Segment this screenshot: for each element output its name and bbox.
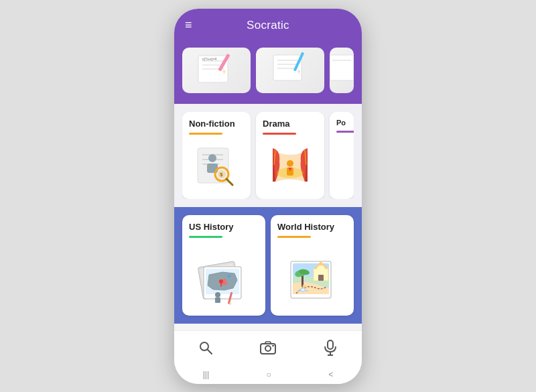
world-history-img	[277, 245, 347, 309]
svg-point-19	[208, 154, 216, 162]
nonfiction-underline	[189, 133, 222, 135]
svg-rect-61	[328, 340, 333, 349]
app-title: Socratic	[247, 19, 289, 32]
drama-img	[263, 141, 318, 192]
recent-apps-icon[interactable]: |||	[203, 370, 209, 379]
svg-marker-41	[229, 303, 231, 306]
purple-section: c(½+x)=4	[174, 42, 362, 104]
nonfiction-card[interactable]: Non-fiction	[182, 112, 251, 199]
svg-rect-53	[301, 288, 305, 291]
books-row: Non-fiction	[182, 112, 354, 199]
top-card-notes[interactable]	[256, 48, 324, 93]
svg-point-48	[317, 265, 325, 272]
drama-card[interactable]: Drama	[256, 112, 324, 199]
history-section: US History	[174, 207, 362, 324]
drama-underline	[263, 133, 296, 135]
math-thumb: c(½+x)=4	[182, 48, 251, 93]
nonfiction-title: Non-fiction	[189, 119, 244, 129]
svg-rect-49	[318, 275, 324, 281]
camera-nav-btn[interactable]	[255, 334, 281, 361]
phone-frame: ≡ Socratic c(½+x)=4	[174, 9, 362, 384]
system-nav: ||| ○ <	[174, 365, 362, 384]
poetry-underline	[336, 131, 354, 133]
svg-rect-60	[272, 345, 274, 346]
scroll-area[interactable]: c(½+x)=4	[174, 42, 362, 330]
svg-point-59	[265, 346, 271, 351]
us-history-card[interactable]: US History	[182, 215, 265, 316]
partial-thumb	[330, 48, 354, 93]
svg-rect-39	[215, 298, 220, 303]
search-nav-btn[interactable]	[192, 334, 219, 361]
bottom-nav	[174, 330, 362, 365]
svg-line-57	[208, 350, 212, 354]
svg-text:c(½+x)=4: c(½+x)=4	[202, 57, 216, 61]
mic-nav-btn[interactable]	[317, 334, 344, 361]
svg-point-26	[287, 160, 293, 167]
svg-rect-13	[330, 55, 354, 80]
svg-point-56	[200, 342, 208, 350]
nonfiction-img: $	[189, 141, 244, 192]
svg-point-36	[219, 279, 223, 283]
home-icon[interactable]: ○	[267, 370, 271, 379]
svg-point-38	[215, 292, 220, 298]
world-history-title: World History	[277, 222, 347, 232]
top-bar: ≡ Socratic	[174, 9, 362, 42]
us-history-underline	[189, 236, 222, 238]
history-row: US History	[182, 215, 354, 316]
top-cards-row: c(½+x)=4	[182, 48, 354, 93]
world-history-underline	[277, 236, 311, 238]
top-card-math[interactable]: c(½+x)=4	[182, 48, 251, 93]
svg-point-35	[228, 275, 230, 277]
top-card-partial[interactable]	[330, 48, 354, 93]
us-history-title: US History	[189, 222, 259, 232]
world-history-card[interactable]: World History	[271, 215, 354, 316]
books-section: Non-fiction	[174, 104, 362, 207]
svg-text:$: $	[220, 172, 223, 178]
menu-icon[interactable]: ≡	[185, 18, 192, 32]
back-icon[interactable]: <	[328, 370, 333, 379]
poetry-title: Po	[336, 119, 347, 127]
poetry-card[interactable]: Po	[330, 112, 354, 199]
drama-title: Drama	[263, 119, 318, 129]
us-history-img	[189, 245, 259, 309]
notes-thumb	[256, 48, 324, 93]
